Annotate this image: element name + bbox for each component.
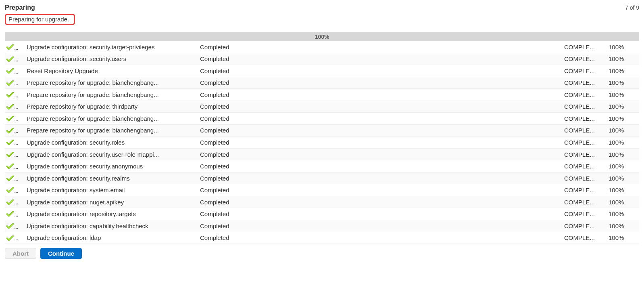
success-check-icon xyxy=(6,128,14,134)
task-percent: 100% xyxy=(607,65,639,77)
task-row[interactable]: ...Prepare repository for upgrade: bianc… xyxy=(5,77,639,89)
ellipsis-icon: ... xyxy=(14,92,18,99)
task-row[interactable]: ...Prepare repository for upgrade: bianc… xyxy=(5,89,639,101)
task-name: Prepare repository for upgrade: bianchen… xyxy=(25,89,198,101)
ellipsis-icon: ... xyxy=(14,175,18,182)
task-percent: 100% xyxy=(607,137,639,149)
task-state: COMPLE... xyxy=(563,101,607,113)
ellipsis-icon: ... xyxy=(14,116,18,122)
task-message: Completed xyxy=(198,41,563,53)
ellipsis-icon: ... xyxy=(14,127,18,134)
task-name: Upgrade configuration: capability.health… xyxy=(25,220,198,232)
task-status-cell: ... xyxy=(5,41,25,53)
success-check-icon xyxy=(6,200,14,205)
task-status-cell: ... xyxy=(5,124,25,137)
task-state: COMPLE... xyxy=(563,113,607,125)
task-percent: 100% xyxy=(607,220,639,232)
task-state: COMPLE... xyxy=(563,65,607,77)
task-state: COMPLE... xyxy=(563,184,607,196)
task-row[interactable]: ...Upgrade configuration: security.user-… xyxy=(5,148,639,160)
task-state: COMPLE... xyxy=(563,196,607,208)
task-percent: 100% xyxy=(607,232,639,244)
task-message: Completed xyxy=(198,232,563,244)
task-percent: 100% xyxy=(607,148,639,160)
task-status-cell: ... xyxy=(5,53,25,65)
task-state: COMPLE... xyxy=(563,137,607,149)
task-state: COMPLE... xyxy=(563,148,607,160)
ellipsis-icon: ... xyxy=(14,187,18,194)
task-row[interactable]: ...Upgrade configuration: security.roles… xyxy=(5,137,639,149)
abort-button[interactable]: Abort xyxy=(5,248,36,259)
task-status-cell: ... xyxy=(5,113,25,125)
success-check-icon xyxy=(6,235,14,241)
task-status-cell: ... xyxy=(5,184,25,196)
task-status-cell: ... xyxy=(5,232,25,244)
footer-row: Abort Continue xyxy=(5,248,639,259)
task-percent: 100% xyxy=(607,41,639,53)
task-name: Upgrade configuration: ldap xyxy=(25,232,198,244)
task-name: Reset Repository Upgrade xyxy=(25,65,198,77)
task-row[interactable]: ...Prepare repository for upgrade: bianc… xyxy=(5,124,639,137)
task-message: Completed xyxy=(198,172,563,184)
success-check-icon xyxy=(6,116,14,122)
task-row[interactable]: ...Prepare repository for upgrade: third… xyxy=(5,101,639,113)
task-name: Upgrade configuration: repository.target… xyxy=(25,208,198,220)
task-row[interactable]: ...Upgrade configuration: system.emailCo… xyxy=(5,184,639,196)
task-name: Prepare repository for upgrade: bianchen… xyxy=(25,77,198,89)
upgrade-wizard-page: Preparing 7 of 9 Preparing for upgrade. … xyxy=(0,0,644,267)
task-state: COMPLE... xyxy=(563,220,607,232)
task-row[interactable]: ...Upgrade configuration: ldapCompletedC… xyxy=(5,232,639,244)
task-state: COMPLE... xyxy=(563,77,607,89)
task-row[interactable]: ...Prepare repository for upgrade: bianc… xyxy=(5,113,639,125)
task-status-cell: ... xyxy=(5,208,25,220)
task-status-cell: ... xyxy=(5,137,25,149)
task-name: Upgrade configuration: nuget.apikey xyxy=(25,196,198,208)
task-message: Completed xyxy=(198,220,563,232)
task-state: COMPLE... xyxy=(563,232,607,244)
task-message: Completed xyxy=(198,124,563,137)
task-name: Upgrade configuration: system.email xyxy=(25,184,198,196)
task-message: Completed xyxy=(198,53,563,65)
task-row[interactable]: ...Reset Repository UpgradeCompletedCOMP… xyxy=(5,65,639,77)
task-name: Upgrade configuration: security.anonymou… xyxy=(25,160,198,172)
task-row[interactable]: ...Upgrade configuration: security.targe… xyxy=(5,41,639,53)
ellipsis-icon: ... xyxy=(14,103,18,110)
success-check-icon xyxy=(6,80,14,86)
task-row[interactable]: ...Upgrade configuration: security.realm… xyxy=(5,172,639,184)
task-message: Completed xyxy=(198,89,563,101)
success-check-icon xyxy=(6,104,14,110)
task-row[interactable]: ...Upgrade configuration: nuget.apikeyCo… xyxy=(5,196,639,208)
step-counter: 7 of 9 xyxy=(625,4,639,11)
success-check-icon xyxy=(6,164,14,169)
ellipsis-icon: ... xyxy=(14,199,18,206)
task-percent: 100% xyxy=(607,124,639,137)
ellipsis-icon: ... xyxy=(14,44,18,51)
task-row[interactable]: ...Upgrade configuration: security.anony… xyxy=(5,160,639,172)
task-state: COMPLE... xyxy=(563,124,607,137)
progress-label: 100% xyxy=(315,34,329,40)
task-name: Upgrade configuration: security.roles xyxy=(25,137,198,149)
tasks-table: ...Upgrade configuration: security.targe… xyxy=(5,41,639,244)
continue-button[interactable]: Continue xyxy=(40,248,82,259)
task-percent: 100% xyxy=(607,196,639,208)
task-state: COMPLE... xyxy=(563,172,607,184)
success-check-icon xyxy=(6,57,14,62)
task-row[interactable]: ...Upgrade configuration: capability.hea… xyxy=(5,220,639,232)
page-title: Preparing xyxy=(5,4,35,11)
task-row[interactable]: ...Upgrade configuration: repository.tar… xyxy=(5,208,639,220)
subtitle-row: Preparing for upgrade. xyxy=(5,14,639,25)
task-row[interactable]: ...Upgrade configuration: security.users… xyxy=(5,53,639,65)
task-message: Completed xyxy=(198,137,563,149)
task-name: Upgrade configuration: security.target-p… xyxy=(25,41,198,53)
progress-wrap: 100% ...Upgrade configuration: security.… xyxy=(5,32,639,244)
task-percent: 100% xyxy=(607,53,639,65)
success-check-icon xyxy=(6,223,14,229)
ellipsis-icon: ... xyxy=(14,80,18,86)
success-check-icon xyxy=(6,176,14,181)
progress-bar: 100% xyxy=(5,32,639,41)
task-name: Prepare repository for upgrade: bianchen… xyxy=(25,124,198,137)
task-percent: 100% xyxy=(607,160,639,172)
task-percent: 100% xyxy=(607,89,639,101)
task-message: Completed xyxy=(198,65,563,77)
task-name: Upgrade configuration: security.realms xyxy=(25,172,198,184)
